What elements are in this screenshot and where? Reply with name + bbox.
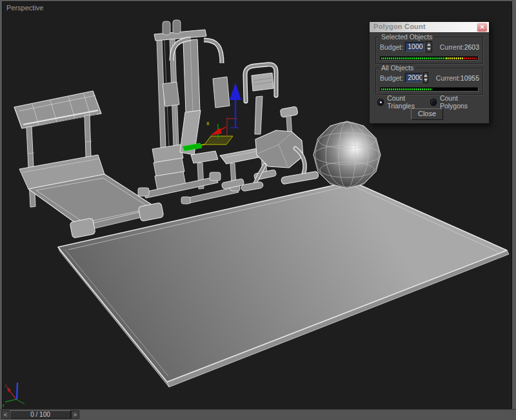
budget-input-selected[interactable]: 1000 <box>405 42 425 52</box>
budget-progress-bar-selected <box>380 56 479 61</box>
axis-y-label: y <box>2 403 5 408</box>
budget-label: Budget: <box>380 74 403 82</box>
multi-gym-machine[interactable] <box>138 20 240 204</box>
budget-input-all[interactable]: 20000 <box>405 73 422 83</box>
treadmill[interactable] <box>14 91 164 238</box>
viewport-perspective[interactable]: Perspective <box>2 1 512 410</box>
close-button[interactable]: Close <box>411 108 443 120</box>
timeline-next-icon[interactable]: > <box>71 410 79 419</box>
radio-icon[interactable] <box>377 99 384 106</box>
current-label: Current: <box>440 43 464 51</box>
world-axis-icon: x y <box>2 383 25 408</box>
group-legend: Selected Objects <box>379 33 434 41</box>
dialog-title: Polygon Count <box>373 23 426 30</box>
group-all-objects: All Objects Budget: 20000 Current: 10955 <box>375 68 483 95</box>
gizmo-x-label: x <box>206 120 210 126</box>
timeline-prev-icon[interactable]: < <box>1 410 10 419</box>
exercise-ball[interactable] <box>313 121 381 188</box>
radio-count-triangles[interactable]: Count Triangles <box>377 94 430 110</box>
timeline-scrollbar: < 0 / 100 > <box>1 410 79 419</box>
dialog-titlebar[interactable]: Polygon Count ✕ <box>370 22 489 33</box>
exercise-bike[interactable] <box>241 65 319 192</box>
count-mode-radios: Count Triangles Count Polygons <box>377 98 483 106</box>
radio-label: Count Polygons <box>440 94 483 110</box>
radio-icon[interactable] <box>430 99 437 106</box>
axis-x-label: x <box>5 383 7 388</box>
radio-count-polygons[interactable]: Count Polygons <box>430 94 483 110</box>
timeline-thumb[interactable]: 0 / 100 <box>10 410 71 419</box>
status-bar: < 0 / 100 > <box>0 409 516 420</box>
close-icon[interactable]: ✕ <box>477 23 488 32</box>
current-label: Current: <box>436 74 461 82</box>
spinner-up-icon[interactable] <box>426 42 432 47</box>
current-value-all: 10955 <box>461 74 479 82</box>
budget-progress-bar-all <box>380 87 479 92</box>
budget-spinner-selected <box>426 41 432 52</box>
spinner-down-icon[interactable] <box>426 47 432 52</box>
current-value-selected: 2603 <box>464 43 479 51</box>
budget-label: Budget: <box>380 43 403 51</box>
radio-label: Count Triangles <box>387 94 430 110</box>
budget-spinner-all <box>423 72 428 83</box>
spinner-down-icon[interactable] <box>424 78 428 83</box>
group-selected-objects: Selected Objects Budget: 1000 Current: 2… <box>375 37 483 64</box>
viewport-label[interactable]: Perspective <box>6 4 43 12</box>
group-legend: All Objects <box>379 64 415 72</box>
spinner-up-icon[interactable] <box>424 73 428 78</box>
polygon-count-dialog: Polygon Count ✕ Selected Objects Budget:… <box>369 21 490 124</box>
